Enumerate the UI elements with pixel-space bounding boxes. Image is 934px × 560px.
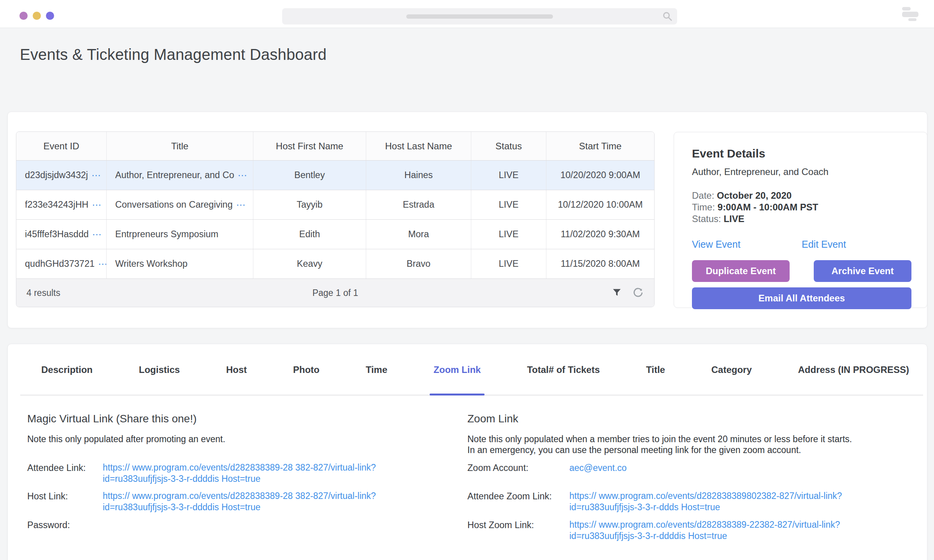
- refresh-icon[interactable]: [633, 288, 643, 298]
- host-first-name-cell: Keavy: [253, 249, 366, 278]
- tab-photo[interactable]: Photo: [293, 344, 320, 396]
- host-last-name-cell: Mora: [366, 220, 471, 249]
- results-count: 4 results: [26, 288, 60, 298]
- truncation-ellipsis[interactable]: ⋯: [92, 200, 102, 210]
- email-all-attendees-button[interactable]: Email All Attendees: [692, 287, 911, 309]
- zoom-link-heading: Zoom Link: [467, 413, 518, 425]
- tab-time[interactable]: Time: [366, 344, 388, 396]
- duplicate-event-button[interactable]: Duplicate Event: [692, 260, 790, 282]
- column-header-host-last-name[interactable]: Host Last Name: [366, 132, 471, 160]
- status-cell: LIVE: [471, 220, 546, 249]
- window-chrome-bar: [0, 0, 934, 28]
- attendee-link-url[interactable]: https:// www.program.co/events/d28283838…: [103, 462, 376, 485]
- event-status-line: Status: LIVE: [692, 213, 911, 225]
- event-id-text: d23djsjdw3432j: [25, 170, 88, 180]
- host-first-name-cell: Edith: [253, 220, 366, 249]
- tab-total-tickets[interactable]: Total# of Tickets: [527, 344, 600, 396]
- tab-host[interactable]: Host: [226, 344, 247, 396]
- zoom-account-label: Zoom Account:: [467, 462, 569, 473]
- password-label: Password:: [27, 519, 103, 530]
- truncation-ellipsis[interactable]: ⋯: [92, 229, 102, 240]
- status-cell: LIVE: [471, 190, 546, 219]
- host-last-name-cell: Bravo: [366, 249, 471, 278]
- window-control-minimize[interactable]: [33, 12, 41, 20]
- search-input[interactable]: [282, 8, 677, 24]
- table-row[interactable]: f233e34243jHH ⋯ Conversations on Caregiv…: [16, 190, 654, 219]
- events-table: Event ID Title Host First Name Host Last…: [16, 131, 655, 307]
- title-cell: Writers Workshop: [107, 249, 253, 278]
- event-status-value: LIVE: [723, 214, 744, 224]
- page-title: Events & Ticketing Management Dashboard: [20, 46, 327, 63]
- status-cell: LIVE: [471, 161, 546, 190]
- start-time-cell: 10/20/2020 9:00AM: [546, 161, 654, 190]
- password-row: Password:: [27, 519, 103, 530]
- tab-description[interactable]: Description: [41, 344, 93, 396]
- table-row[interactable]: i45fffef3Hasddd ⋯ Entrpreneurs Symposium…: [16, 219, 654, 249]
- event-id-text: f233e34243jHH: [25, 200, 88, 210]
- event-date-line: Date: October 20, 2020: [692, 190, 911, 201]
- attendee-link-row: Attendee Link: https:// www.program.co/e…: [27, 462, 376, 485]
- event-time-value: 9:00AM - 10:00AM PST: [718, 202, 818, 212]
- zoom-account-row: Zoom Account: aec@event.co: [467, 462, 627, 473]
- tab-address[interactable]: Address (IN PROGRESS): [798, 344, 909, 396]
- table-header-row: Event ID Title Host First Name Host Last…: [16, 132, 654, 160]
- host-first-name-cell: Bentley: [253, 161, 366, 190]
- host-link-row: Host Link: https:// www.program.co/event…: [27, 490, 376, 513]
- title-cell: Entrpreneurs Symposium: [107, 220, 253, 249]
- search-icon[interactable]: [662, 11, 672, 21]
- start-time-cell: 11/15/2020 8:00AM: [546, 249, 654, 278]
- event-id-cell: qudhGHd373721 ⋯: [16, 249, 107, 278]
- event-id-cell: f233e34243jHH ⋯: [16, 190, 107, 219]
- table-footer: 4 results Page 1 of 1: [16, 278, 654, 307]
- table-row[interactable]: d23djsjdw3432j ⋯ Author, Entrepreneur, a…: [16, 160, 654, 190]
- table-row[interactable]: qudhGHd373721 ⋯ Writers Workshop Keavy B…: [16, 249, 654, 278]
- tab-zoom-link[interactable]: Zoom Link: [434, 344, 481, 396]
- event-time-line: Time: 9:00AM - 10:00AM PST: [692, 201, 911, 213]
- host-last-name-cell: Estrada: [366, 190, 471, 219]
- event-date-value: October 20, 2020: [717, 190, 792, 201]
- events-overview-card: Event ID Title Host First Name Host Last…: [7, 112, 927, 328]
- filter-icon[interactable]: [612, 288, 622, 298]
- truncation-ellipsis[interactable]: ⋯: [238, 170, 248, 181]
- column-header-host-first-name[interactable]: Host First Name: [253, 132, 366, 160]
- view-event-link[interactable]: View Event: [692, 239, 802, 250]
- start-time-cell: 11/02/2020 9:30AM: [546, 220, 654, 249]
- attendee-zoom-link-label: Attendee Zoom Link:: [467, 490, 569, 502]
- attendee-zoom-link-url[interactable]: https:// www.program.co/events/d28283838…: [569, 490, 842, 513]
- column-header-event-id[interactable]: Event ID: [16, 132, 107, 160]
- search-placeholder-line: [406, 14, 553, 19]
- event-details-subtitle: Author, Entrepreneur, and Coach: [692, 166, 911, 177]
- status-cell: LIVE: [471, 249, 546, 278]
- title-text: Author, Entrepreneur, and Co: [115, 170, 234, 180]
- host-zoom-link-url[interactable]: https:// www.program.co/events/d28283838…: [569, 519, 840, 542]
- column-header-status[interactable]: Status: [471, 132, 546, 160]
- truncation-ellipsis[interactable]: ⋯: [236, 200, 246, 210]
- tab-logistics[interactable]: Logistics: [139, 344, 180, 396]
- event-detail-tabs-card: Description Logistics Host Photo Time Zo…: [7, 344, 927, 560]
- host-first-name-cell: Tayyib: [253, 190, 366, 219]
- truncation-ellipsis[interactable]: ⋯: [91, 170, 101, 181]
- host-link-url[interactable]: https:// www.program.co/events/d28283838…: [103, 490, 376, 513]
- browser-menu-icon[interactable]: [902, 7, 919, 21]
- window-control-maximize[interactable]: [46, 12, 54, 20]
- tab-title[interactable]: Title: [646, 344, 665, 396]
- window-control-close[interactable]: [19, 12, 28, 20]
- host-zoom-link-label: Host Zoom Link:: [467, 519, 569, 530]
- event-id-text: qudhGHd373721: [25, 259, 95, 269]
- tab-category[interactable]: Category: [711, 344, 752, 396]
- edit-event-link[interactable]: Edit Event: [802, 239, 911, 250]
- zoom-account-link[interactable]: aec@event.co: [569, 462, 627, 473]
- event-details-panel: Event Details Author, Entrepreneur, and …: [674, 132, 927, 308]
- event-details-title: Event Details: [692, 147, 911, 160]
- truncation-ellipsis[interactable]: ⋯: [98, 259, 107, 270]
- host-last-name-cell: Haines: [366, 161, 471, 190]
- column-header-title[interactable]: Title: [107, 132, 253, 160]
- event-id-text: i45fffef3Hasddd: [25, 229, 89, 240]
- attendee-link-label: Attendee Link:: [27, 462, 103, 473]
- archive-event-button[interactable]: Archive Event: [814, 260, 911, 282]
- detail-tabs: Description Logistics Host Photo Time Zo…: [41, 344, 909, 396]
- title-cell: Conversations on Caregiving ⋯: [107, 190, 253, 219]
- title-cell: Author, Entrepreneur, and Co ⋯: [107, 161, 253, 190]
- window-controls: [19, 12, 54, 20]
- column-header-start-time[interactable]: Start Time: [546, 132, 654, 160]
